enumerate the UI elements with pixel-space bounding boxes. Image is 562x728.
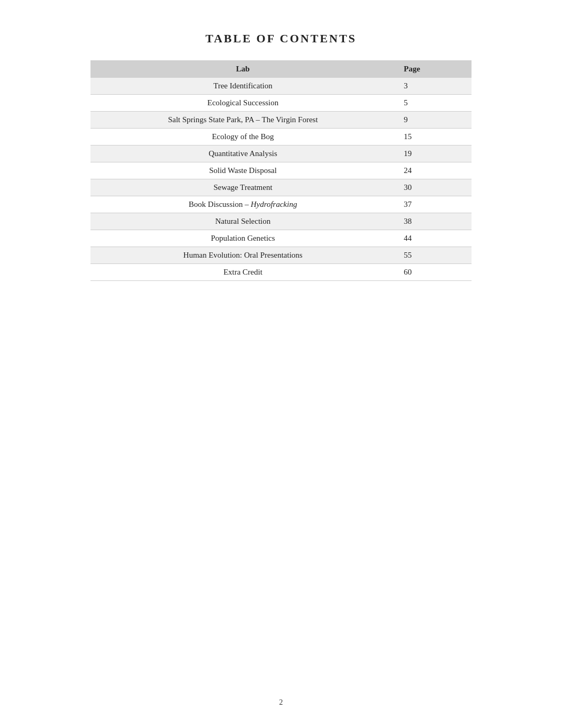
page-number: 2 (279, 698, 283, 706)
table-row: Quantitative Analysis19 (90, 145, 472, 162)
page-num-cell: 37 (395, 196, 472, 213)
table-row: Solid Waste Disposal24 (90, 162, 472, 179)
table-row: Tree Identification3 (90, 78, 472, 95)
page-num-cell: 19 (395, 145, 472, 162)
page-footer: 2 (42, 667, 520, 707)
page-num-cell: 15 (395, 129, 472, 145)
lab-name-cell: Human Evolution: Oral Presentations (90, 247, 395, 264)
col-header-lab: Lab (90, 60, 395, 78)
lab-name-cell: Natural Selection (90, 213, 395, 230)
lab-name-cell: Book Discussion – Hydrofracking (90, 196, 395, 213)
table-row: Salt Springs State Park, PA – The Virgin… (90, 112, 472, 129)
table-row: Population Genetics44 (90, 230, 472, 247)
page-num-cell: 38 (395, 213, 472, 230)
lab-name-cell: Population Genetics (90, 230, 395, 247)
toc-table: Lab Page Tree Identification3Ecological … (90, 60, 472, 281)
table-row: Ecological Succession5 (90, 95, 472, 112)
page-num-cell: 5 (395, 95, 472, 112)
lab-name-cell: Extra Credit (90, 264, 395, 281)
page-num-cell: 60 (395, 264, 472, 281)
col-header-page: Page (395, 60, 472, 78)
table-row: Extra Credit60 (90, 264, 472, 281)
page-num-cell: 24 (395, 162, 472, 179)
page-num-cell: 9 (395, 112, 472, 129)
lab-name-cell: Salt Springs State Park, PA – The Virgin… (90, 112, 395, 129)
page-num-cell: 55 (395, 247, 472, 264)
lab-name-cell: Ecological Succession (90, 95, 395, 112)
table-row: Ecology of the Bog15 (90, 129, 472, 145)
page-num-cell: 44 (395, 230, 472, 247)
lab-name-cell: Solid Waste Disposal (90, 162, 395, 179)
table-row: Natural Selection38 (90, 213, 472, 230)
table-row: Sewage Treatment30 (90, 179, 472, 196)
lab-name-cell: Ecology of the Bog (90, 129, 395, 145)
page-title: Table of Contents (205, 32, 357, 46)
lab-name-cell: Sewage Treatment (90, 179, 395, 196)
table-header-row: Lab Page (90, 60, 472, 78)
page-num-cell: 30 (395, 179, 472, 196)
table-row: Human Evolution: Oral Presentations55 (90, 247, 472, 264)
lab-name-cell: Quantitative Analysis (90, 145, 395, 162)
table-row: Book Discussion – Hydrofracking37 (90, 196, 472, 213)
lab-name-cell: Tree Identification (90, 78, 395, 95)
page-num-cell: 3 (395, 78, 472, 95)
